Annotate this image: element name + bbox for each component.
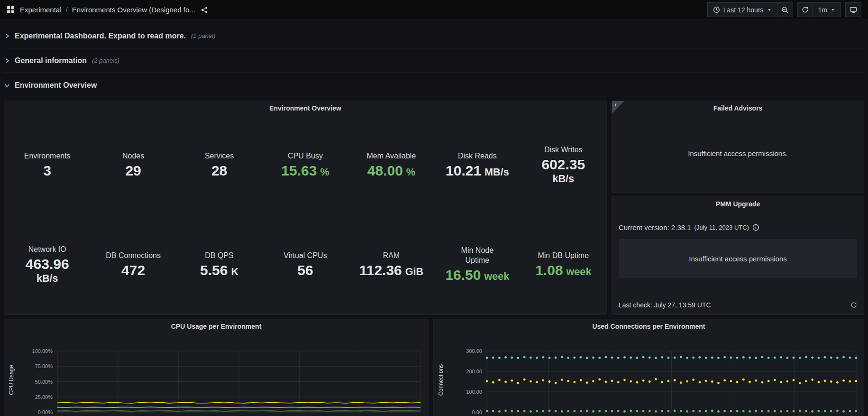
share-icon[interactable]: [201, 6, 208, 14]
refresh-interval-picker[interactable]: 1m: [813, 2, 841, 17]
panel-title[interactable]: Environment Overview: [4, 101, 606, 115]
series-point-1: [504, 381, 507, 383]
panel-title[interactable]: PMM Upgrade: [619, 197, 857, 211]
breadcrumb-page[interactable]: Environments Overview (Designed fo...: [72, 6, 195, 14]
series-point-0: [573, 356, 576, 359]
stat-value: 16.50week: [445, 267, 509, 284]
series-point-2: [855, 410, 858, 412]
panel-pmm-upgrade: PMM Upgrade Current version: 2.38.1 (Jul…: [612, 196, 864, 315]
series-point-1: [611, 379, 613, 382]
stat-unit: week: [484, 270, 509, 282]
series-point-1: [723, 379, 726, 382]
series-point-0: [542, 356, 544, 359]
panel-info-corner-icon[interactable]: i: [612, 101, 624, 113]
series-point-2: [561, 410, 563, 413]
panel-cpu-usage-per-environment: CPU Usage per Environment CPU Usage 0.00…: [4, 319, 429, 416]
stat-value: 1.08week: [535, 262, 591, 279]
stat-value: 472: [121, 262, 145, 279]
series-point-0: [630, 356, 632, 359]
series-point-1: [617, 381, 620, 383]
share-icon-glyph: [201, 6, 208, 14]
y-tick-label: 50.00%: [35, 379, 53, 385]
series-line-2: [57, 411, 420, 411]
series-point-0: [617, 357, 620, 359]
stat-label: DB QPS: [205, 251, 233, 261]
series-point-2: [824, 410, 826, 412]
series-point-0: [755, 357, 757, 359]
series-point-0: [767, 357, 770, 359]
panel-title[interactable]: Used Connections per Environment: [434, 319, 864, 333]
chart-canvas[interactable]: 0.00100.00200.00300.00: [434, 333, 864, 416]
series-point-2: [586, 410, 588, 412]
cpu-usage-chart[interactable]: CPU Usage 0.00%25.00%50.00%75.00%100.00%: [4, 333, 428, 416]
series-point-2: [723, 410, 726, 412]
last-check-text: Last check: July 27, 13:59 UTC: [619, 301, 711, 309]
refresh-button[interactable]: [797, 2, 813, 17]
apps-grid-icon[interactable]: [7, 6, 15, 14]
series-point-1: [598, 378, 601, 380]
panel-title[interactable]: Failed Advisors: [612, 101, 864, 115]
series-point-1: [717, 382, 720, 384]
series-point-2: [736, 410, 739, 412]
series-point-2: [717, 410, 720, 413]
series-point-2: [842, 410, 845, 413]
refresh-interval-label: 1m: [818, 6, 827, 14]
series-point-1: [711, 380, 713, 383]
stat-disk-writes: Disk Writes602.35kB/s: [521, 115, 606, 215]
series-point-1: [705, 379, 707, 382]
series-point-2: [799, 410, 801, 412]
row-header-experimental-dashboard[interactable]: Experimental Dashboard. Expand to read m…: [4, 24, 864, 48]
series-point-0: [598, 357, 601, 359]
stat-unit: week: [566, 266, 592, 277]
refresh-controls-group: 1m: [797, 2, 841, 17]
series-point-0: [786, 357, 788, 359]
series-point-0: [711, 356, 713, 359]
zoom-out-button[interactable]: [777, 2, 793, 17]
series-point-2: [592, 410, 594, 413]
series-point-1: [686, 380, 688, 383]
chart-canvas[interactable]: 0.00%25.00%50.00%75.00%100.00%: [4, 333, 428, 416]
series-point-1: [836, 381, 839, 384]
series-point-0: [705, 357, 707, 359]
right-column: i Failed Advisors Insufficient access pe…: [612, 101, 864, 315]
series-point-0: [486, 357, 488, 359]
series-point-0: [661, 356, 663, 359]
stat-services: Services28: [176, 115, 262, 215]
series-point-2: [805, 410, 807, 412]
series-point-0: [680, 356, 682, 359]
time-range-picker[interactable]: Last 12 hours: [707, 2, 777, 17]
monitor-icon: [850, 6, 857, 14]
panel-title[interactable]: CPU Usage per Environment: [4, 319, 428, 333]
series-point-0: [592, 356, 594, 359]
series-point-0: [517, 357, 520, 359]
series-point-0: [674, 356, 676, 359]
series-point-2: [836, 410, 839, 412]
stat-min-node-uptime: Min Node Uptime16.50week: [434, 215, 520, 314]
series-point-1: [855, 380, 858, 382]
series-point-1: [623, 379, 626, 381]
stat-value: 10.21MB/s: [446, 163, 509, 179]
stat-label: Min Node Uptime: [456, 246, 499, 266]
series-point-0: [642, 356, 645, 359]
charts-row: CPU Usage per Environment CPU Usage 0.00…: [4, 319, 864, 416]
check-update-refresh-icon[interactable]: [850, 302, 857, 308]
info-circle-icon[interactable]: [752, 224, 759, 231]
stat-label: Mem Available: [367, 151, 416, 161]
stat-label: Network IO: [28, 245, 66, 255]
stat-ram: RAM112.36GiB: [348, 215, 434, 314]
series-point-1: [517, 382, 520, 384]
row-header-general-information[interactable]: General information (2 panels): [4, 48, 864, 73]
y-axis-label: Connections: [438, 364, 444, 396]
stat-value: 5.56K: [200, 262, 238, 279]
stats-grid: Environments3Nodes29Services28CPU Busy15…: [4, 115, 606, 314]
series-point-2: [817, 410, 820, 412]
breadcrumb-section[interactable]: Experimental: [20, 6, 62, 14]
connections-chart[interactable]: Connections 0.00100.00200.00300.00: [434, 333, 864, 416]
row-header-environment-overview[interactable]: Environment Overview: [4, 73, 864, 98]
series-point-2: [649, 410, 651, 412]
series-point-0: [580, 356, 582, 359]
series-point-1: [573, 381, 576, 383]
stat-db-connections: DB Connections472: [90, 215, 176, 314]
series-point-2: [767, 410, 770, 412]
cycle-view-button[interactable]: [845, 2, 861, 17]
